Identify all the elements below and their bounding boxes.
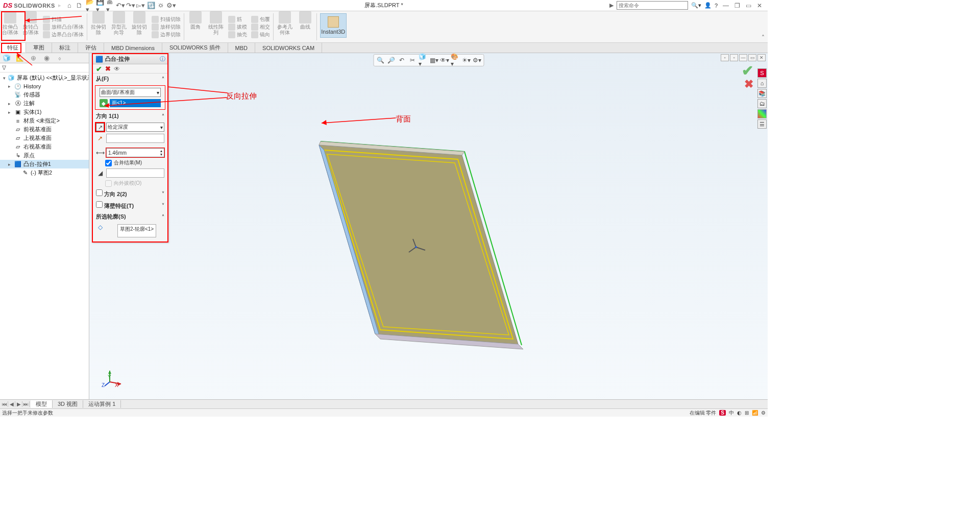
- cancel-feature-icon[interactable]: ✖: [744, 78, 753, 91]
- loft-cut-button[interactable]: 放样切除: [152, 23, 181, 31]
- pm-direction-vector-icon[interactable]: ↗: [96, 134, 104, 142]
- revolve-boss-button[interactable]: 旋转凸 台/基体: [20, 11, 41, 42]
- nav-next-icon[interactable]: ▶: [15, 401, 22, 407]
- vp-max[interactable]: ▭: [748, 54, 756, 61]
- fm-tab-2-icon[interactable]: 📐: [13, 54, 27, 63]
- pm-help-icon[interactable]: ⓘ: [160, 55, 165, 63]
- tab-feature[interactable]: 特征: [0, 43, 26, 53]
- zoom-area-icon[interactable]: 🔎: [386, 56, 396, 65]
- pm-contours-section[interactable]: 所选轮廓(S)˄: [93, 211, 167, 222]
- search-icon[interactable]: 🔍▾: [691, 2, 701, 9]
- wrap-button[interactable]: 包覆: [251, 16, 270, 23]
- display-style-icon[interactable]: ▦▾: [429, 56, 438, 65]
- options-icon[interactable]: ⛭: [157, 2, 165, 10]
- user-icon[interactable]: 👤: [704, 2, 712, 9]
- open-icon[interactable]: 📂▾: [86, 2, 94, 10]
- nav-prev-icon[interactable]: ◀: [8, 401, 15, 407]
- scene-icon[interactable]: ☀▾: [461, 56, 471, 65]
- fm-tree-tab-icon[interactable]: 🧊: [0, 54, 13, 63]
- tree-front-plane[interactable]: ▱前视基准面: [0, 125, 89, 134]
- tree-origin[interactable]: ↳原点: [0, 151, 89, 160]
- minimize-button[interactable]: —: [721, 2, 731, 10]
- hole-wizard-button[interactable]: 异型孔 向导: [109, 11, 129, 42]
- sweep-button[interactable]: 扫描: [43, 16, 84, 23]
- restore-button[interactable]: ❐: [732, 2, 742, 10]
- close-button[interactable]: ✕: [754, 2, 765, 10]
- taskpane-sw-icon[interactable]: S: [757, 68, 767, 78]
- vp-min[interactable]: —: [739, 54, 747, 61]
- tab-evaluate[interactable]: 评估: [78, 43, 104, 53]
- hide-show-icon[interactable]: 👁▾: [440, 56, 449, 65]
- shell-button[interactable]: 抽壳: [228, 31, 247, 38]
- maximize-button[interactable]: ▭: [743, 2, 753, 10]
- tree-right-plane[interactable]: ▱右视基准面: [0, 142, 89, 151]
- pm-reverse-direction-icon[interactable]: ↗: [96, 123, 104, 131]
- boundary-button[interactable]: 边界凸台/基体: [43, 31, 84, 38]
- taskpane-appearance-icon[interactable]: [757, 109, 767, 118]
- extrude-cut-button[interactable]: 拉伸切 除: [88, 11, 109, 42]
- pm-direction-vector-input[interactable]: [106, 134, 164, 143]
- pm-draft-icon[interactable]: ◢: [96, 169, 104, 177]
- new-icon[interactable]: 🗋: [76, 2, 84, 10]
- tree-sensors[interactable]: 📡传感器: [0, 90, 89, 99]
- feature-tree-filter[interactable]: ∇: [0, 63, 89, 72]
- redo-icon[interactable]: ↷▾: [127, 2, 135, 10]
- appearance-icon[interactable]: 🎨▾: [451, 56, 460, 65]
- rebuild-icon[interactable]: 🔃: [147, 2, 155, 10]
- pm-preview-icon[interactable]: 👁: [114, 65, 120, 72]
- curves-button[interactable]: 曲线: [295, 11, 315, 42]
- prev-view-icon[interactable]: ↶: [397, 56, 406, 65]
- pm-dir2-checkbox[interactable]: [96, 189, 103, 196]
- section-view-icon[interactable]: ✂: [408, 56, 417, 65]
- rib-button[interactable]: 筋: [228, 16, 247, 23]
- bottom-tab-3dview[interactable]: 3D 视图: [53, 400, 83, 408]
- pm-thin-section[interactable]: 薄壁特征(T)˅: [93, 200, 167, 211]
- taskpane-view-icon[interactable]: 🗂: [757, 99, 767, 108]
- ribbon-collapse-icon[interactable]: ˄: [762, 34, 765, 41]
- tab-mbd-dimensions[interactable]: MBD Dimensions: [104, 43, 162, 53]
- fm-tab-3-icon[interactable]: ⊕: [27, 54, 40, 63]
- pm-draft-outward-check[interactable]: 向外拔模(O): [93, 179, 167, 188]
- fm-tab-5-icon[interactable]: ⬨: [53, 54, 66, 63]
- view-orient-icon[interactable]: 🧊▾: [419, 56, 428, 65]
- tree-sketch2[interactable]: ✎(-) 草图2: [0, 168, 89, 177]
- extrude-boss-button[interactable]: 拉伸凸 台/基体: [0, 11, 20, 42]
- revolve-cut-button[interactable]: 旋转切 除: [129, 11, 150, 42]
- pm-merge-check[interactable]: 合并结果(M): [93, 158, 167, 167]
- pm-from-face-chip[interactable]: 面<1>: [110, 99, 161, 107]
- pm-contour-list[interactable]: 草图2-轮廓<1>: [117, 224, 156, 237]
- status-icon-2[interactable]: ⊞: [745, 410, 749, 416]
- zoom-fit-icon[interactable]: 🔍: [376, 56, 385, 65]
- fm-tab-4-icon[interactable]: ◉: [40, 54, 53, 63]
- vp-btn1[interactable]: ▫: [721, 54, 729, 61]
- pm-thin-checkbox[interactable]: [96, 201, 103, 208]
- sweep-cut-button[interactable]: 扫描切除: [152, 16, 181, 23]
- select-icon[interactable]: ▻▾: [137, 2, 145, 10]
- vp-close[interactable]: ✕: [757, 54, 766, 61]
- nav-first-icon[interactable]: ⏮: [1, 401, 8, 407]
- tab-annotate[interactable]: 标注: [52, 43, 78, 53]
- intersect-button[interactable]: 相交: [251, 23, 270, 31]
- taskpane-home-icon[interactable]: ⌂: [757, 79, 767, 88]
- instant3d-button[interactable]: Instant3D: [320, 13, 347, 38]
- mirror-button[interactable]: 镜向: [251, 31, 270, 38]
- tab-sw-plugins[interactable]: SOLIDWORKS 插件: [162, 43, 228, 53]
- tree-root[interactable]: ▾🧊屏幕 (默认) <<默认>_显示状态 1>: [0, 74, 89, 82]
- taskpane-custom-icon[interactable]: ☰: [757, 119, 767, 129]
- bottom-tab-motion1[interactable]: 运动算例 1: [83, 400, 121, 408]
- linear-pattern-button[interactable]: 线性阵 列: [206, 11, 226, 42]
- pm-draft-input[interactable]: [106, 168, 164, 178]
- taskpane-resources-icon[interactable]: 📚: [757, 89, 767, 98]
- pm-from-section[interactable]: 从(F)˄: [93, 74, 167, 84]
- graphics-viewport[interactable]: 🔍 🔎 ↶ ✂ 🧊▾ ▦▾ 👁▾ 🎨▾ ☀▾ ⚙▾ ▫ ▫ — ▭ ✕ ✔ ✖ …: [89, 53, 768, 399]
- undo-icon[interactable]: ↶▾: [116, 2, 125, 10]
- fillet-button[interactable]: 圆角: [185, 11, 206, 42]
- boundary-cut-button[interactable]: 边界切除: [152, 31, 181, 38]
- tab-sketch[interactable]: 草图: [26, 43, 52, 53]
- help-icon[interactable]: ?: [715, 3, 718, 9]
- status-icon-3[interactable]: 📶: [752, 410, 758, 416]
- print-icon[interactable]: 🖶▾: [106, 2, 114, 10]
- view-settings-icon[interactable]: ⚙▾: [472, 56, 481, 65]
- tree-solid-bodies[interactable]: ▸▣实体(1): [0, 108, 89, 116]
- nav-last-icon[interactable]: ⏭: [22, 401, 30, 407]
